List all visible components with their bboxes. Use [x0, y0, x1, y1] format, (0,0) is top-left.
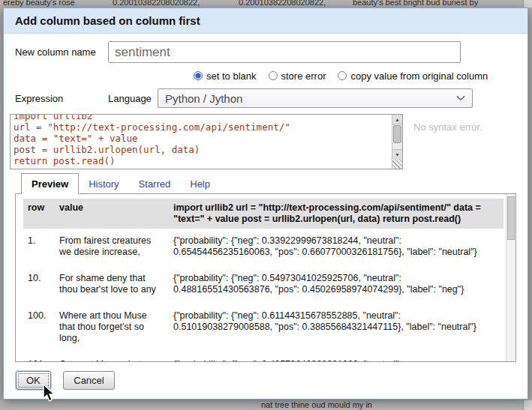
row-index: 100. — [23, 304, 55, 352]
radio-set-to-blank[interactable]: set to blank — [194, 70, 257, 82]
tab-history[interactable]: History — [79, 174, 128, 193]
table-row: 101. O truant Muse what {"probability": … — [23, 352, 503, 362]
on-error-options: set to blank store error copy value from… — [194, 69, 516, 82]
row-index: 10. — [23, 266, 55, 304]
scrollbar-thumb[interactable] — [393, 125, 401, 143]
background-text: 0.20010382208020822, — [113, 0, 200, 7]
resize-grip-icon[interactable] — [392, 159, 402, 169]
background-page-top: ereby beauty's rose 0.20010382208020822,… — [0, 0, 532, 7]
row-value: For shame deny that thou bear'st love to… — [55, 266, 169, 304]
preview-panel: row value import urllib2 url = "http://t… — [15, 194, 516, 362]
background-text: 0.20010382208020822, — [239, 0, 326, 7]
table-row: 10. For shame deny that thou bear'st lov… — [23, 266, 503, 304]
chevron-down-icon — [456, 95, 465, 101]
radio-icon[interactable] — [194, 71, 203, 80]
preview-table: row value import urllib2 url = "http://t… — [23, 199, 503, 362]
scrollbar-thumb[interactable] — [507, 196, 515, 240]
row-value: From fairest creatures we desire increas… — [55, 229, 169, 266]
table-row: 100. Where art thou Muse that thou forge… — [23, 304, 503, 352]
add-column-dialog: Add column based on column first New col… — [3, 7, 528, 400]
tab-help[interactable]: Help — [180, 174, 220, 193]
row-result: {"probability": {"neg": 0.33922999673818… — [169, 229, 503, 266]
preview-scrollbar[interactable] — [506, 194, 515, 361]
background-text: ereby beauty's rose — [3, 0, 75, 7]
row-value: O truant Muse what — [55, 352, 169, 362]
cancel-button[interactable]: Cancel — [63, 371, 114, 390]
row-result: {"probability": {"neg": 0.61144315678552… — [169, 304, 503, 352]
language-select[interactable]: Python / Jython — [158, 88, 473, 108]
dialog-title: Add column based on column first — [4, 8, 527, 34]
radio-copy-value[interactable]: copy value from original column — [338, 70, 488, 82]
radio-label: copy value from original column — [350, 70, 488, 82]
new-column-name-label: New column name — [15, 46, 108, 58]
ok-button[interactable]: OK — [16, 371, 51, 390]
page-scrollbar[interactable] — [523, 400, 532, 410]
syntax-status: No syntax error. — [413, 121, 482, 133]
radio-label: set to blank — [206, 70, 257, 82]
row-index: 1. — [23, 229, 55, 266]
table-row: 1. From fairest creatures we desire incr… — [23, 229, 503, 266]
language-selected-value: Python / Jython — [165, 92, 242, 105]
background-text: beauty's best bright bud buriest by — [353, 0, 478, 7]
background-page-bottom: nat tree thine oud mould my in — [0, 400, 532, 410]
row-result: {"probability": {"neg": 0.54973041025925… — [169, 266, 503, 304]
page-scrollbar[interactable] — [523, 0, 532, 7]
tab-starred[interactable]: Starred — [129, 174, 181, 193]
row-value: Where art thou Muse that thou forget'st … — [55, 304, 169, 352]
radio-icon[interactable] — [338, 71, 347, 80]
dialog-footer: OK Cancel — [15, 371, 516, 390]
expression-code: import urllib2url = "http://text-process… — [11, 114, 402, 166]
expression-code-editor[interactable]: import urllib2url = "http://text-process… — [10, 114, 403, 169]
radio-store-error[interactable]: store error — [269, 70, 326, 82]
tab-preview[interactable]: Preview — [21, 173, 79, 194]
new-column-name-input[interactable] — [108, 41, 461, 63]
scroll-down-icon[interactable]: ▼ — [392, 149, 402, 159]
table-header-row: row value import urllib2 url = "http://t… — [23, 199, 503, 229]
background-text: nat tree thine oud mould my in — [261, 400, 372, 409]
radio-icon[interactable] — [269, 71, 278, 80]
radio-label: store error — [281, 70, 326, 82]
language-label: Language — [108, 93, 158, 104]
row-index: 101. — [23, 352, 55, 362]
header-expression: import urllib2 url = "http://text-proces… — [169, 199, 503, 229]
row-result: {"probability": {"neg": 0.49573642268021… — [169, 352, 503, 362]
expression-label: Expression — [15, 93, 108, 104]
tab-bar: Preview History Starred Help — [15, 174, 516, 194]
header-row: row — [23, 199, 55, 229]
scroll-up-icon[interactable]: ▲ — [392, 115, 402, 124]
header-value: value — [55, 199, 169, 229]
